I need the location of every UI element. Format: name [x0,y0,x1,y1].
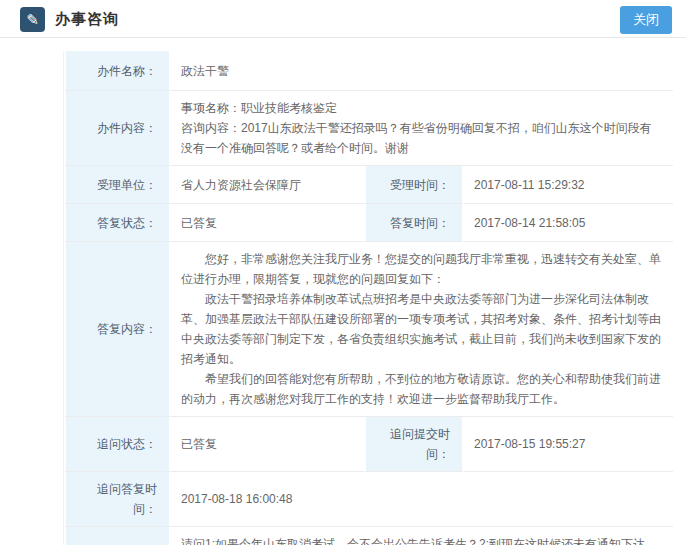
item-content-value: 事项名称：职业技能考核鉴定 咨询内容：2017山东政法干警还招录吗？有些省份明确… [171,91,673,166]
row-followup-content: 追问内容： 请问1:如果今年山东取消考试，会不会出公告告诉考生？2:到现在这时候… [64,527,673,545]
followup-content-label: 追问内容： [64,527,171,545]
row-followup-status: 追问状态： 已答复 追问提交时间： 2017-08-15 19:55:27 [64,417,673,472]
reply-status-label: 答复状态： [64,204,171,242]
page-title: 办事咨询 [55,10,620,29]
accept-time-value: 2017-08-11 15:29:32 [464,166,673,204]
item-content-label: 办件内容： [64,91,171,166]
followup-submit-time-value: 2017-08-15 19:55:27 [464,417,673,472]
accept-unit-value: 省人力资源社会保障厅 [171,166,364,204]
followup-reply-time-value: 2017-08-18 16:00:48 [171,472,673,527]
page-header: ✎ 办事咨询 关闭 [0,0,686,38]
reply-paragraph: 您好，非常感谢您关注我厅业务！您提交的问题我厅非常重视，迅速转交有关处室、单位进… [181,249,663,289]
edit-icon: ✎ [20,7,45,32]
followup-status-value: 已答复 [171,417,364,472]
item-name-value: 政法干警 [171,51,673,91]
accept-time-label: 受理时间： [364,166,464,204]
row-reply-content: 答复内容： 您好，非常感谢您关注我厅业务！您提交的问题我厅非常重视，迅速转交有关… [64,242,673,417]
followup-content-value: 请问1:如果今年山东取消考试，会不会出公告告诉考生？2:到现在这时候还未有通知下… [171,527,673,545]
followup-submit-time-label: 追问提交时间： [364,417,464,472]
reply-time-label: 答复时间： [364,204,464,242]
reply-content-value: 您好，非常感谢您关注我厅业务！您提交的问题我厅非常重视，迅速转交有关处室、单位进… [171,242,673,417]
row-item-name: 办件名称： 政法干警 [64,51,673,91]
item-name-label: 办件名称： [64,51,171,91]
reply-paragraph: 希望我们的回答能对您有所帮助，不到位的地方敬请原谅。您的关心和帮助使我们前进的动… [181,369,663,409]
row-accept: 受理单位： 省人力资源社会保障厅 受理时间： 2017-08-11 15:29:… [64,166,673,204]
item-content-line: 咨询内容：2017山东政法干警还招录吗？有些省份明确回复不招，咱们山东这个时间段… [181,118,663,158]
followup-status-label: 追问状态： [64,417,171,472]
item-content-line: 事项名称：职业技能考核鉴定 [181,98,663,118]
row-followup-reply-time: 追问答复时间： 2017-08-18 16:00:48 [64,472,673,527]
reply-time-value: 2017-08-14 21:58:05 [464,204,673,242]
consultation-detail-table: 办件名称： 政法干警 办件内容： 事项名称：职业技能考核鉴定 咨询内容：2017… [63,51,673,545]
reply-content-label: 答复内容： [64,242,171,417]
followup-reply-time-label: 追问答复时间： [64,472,171,527]
row-reply-status: 答复状态： 已答复 答复时间： 2017-08-14 21:58:05 [64,204,673,242]
reply-paragraph: 政法干警招录培养体制改革试点班招考是中央政法委等部门为进一步深化司法体制改革、加… [181,289,663,369]
reply-status-value: 已答复 [171,204,364,242]
accept-unit-label: 受理单位： [64,166,171,204]
close-button[interactable]: 关闭 [620,6,672,34]
row-item-content: 办件内容： 事项名称：职业技能考核鉴定 咨询内容：2017山东政法干警还招录吗？… [64,91,673,166]
